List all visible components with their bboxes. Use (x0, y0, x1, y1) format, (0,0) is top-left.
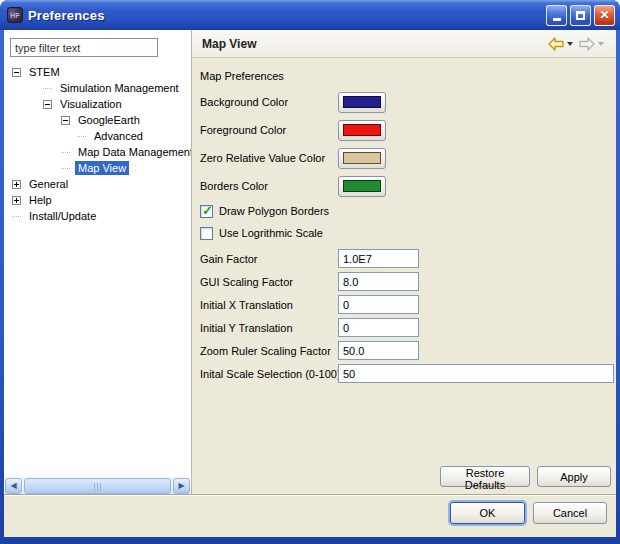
zoom-ruler-scaling-factor-row: Zoom Ruler Scaling Factor (192, 340, 616, 363)
gain-factor-label: Gain Factor (200, 253, 257, 265)
tree-connector (77, 136, 86, 145)
initial-x-translation-row: Initial X Translation (192, 294, 616, 317)
restore-defaults-button[interactable]: Restore Defaults (440, 466, 530, 487)
minimize-icon (553, 18, 561, 21)
tree-item-general[interactable]: General (4, 176, 191, 192)
app-icon: HF (7, 7, 23, 23)
background-color-button[interactable] (338, 92, 386, 113)
foreground-color-swatch (343, 124, 381, 136)
preference-page-panel: Map View Map Preferences Background Colo… (191, 30, 616, 494)
gain-factor-row: Gain Factor (192, 248, 616, 271)
maximize-button[interactable] (570, 5, 591, 26)
borders-color-label: Borders Color (200, 180, 268, 192)
forward-history-dropdown-icon[interactable] (598, 42, 604, 46)
filter-input[interactable] (10, 38, 158, 57)
tree-item-install-update[interactable]: Install/Update (4, 208, 191, 224)
tree-item-label: Map Data Management (75, 145, 196, 159)
zoom-ruler-scaling-factor-input[interactable] (338, 341, 419, 360)
foreground-color-label: Foreground Color (200, 124, 286, 136)
use-logrithmic-scale-row: Use Logrithmic Scale (192, 222, 616, 244)
close-icon: ✕ (599, 9, 609, 21)
close-button[interactable]: ✕ (594, 5, 615, 26)
draw-polygon-borders-label: Draw Polygon Borders (219, 205, 329, 217)
collapse-icon[interactable] (61, 116, 70, 125)
tree-item-googleearth[interactable]: GoogleEarth (4, 112, 191, 128)
expand-icon[interactable] (12, 180, 21, 189)
tree-item-visualization[interactable]: Visualization (4, 96, 191, 112)
initial-y-translation-label: Initial Y Translation (200, 322, 293, 334)
minimize-button[interactable] (546, 5, 567, 26)
tree-item-label: General (26, 177, 71, 191)
gui-scaling-factor-row: GUI Scaling Factor (192, 271, 616, 294)
tree-connector (61, 168, 70, 177)
tree-item-label: Map View (75, 161, 129, 175)
use-logrithmic-scale-label: Use Logrithmic Scale (219, 227, 323, 239)
tree-item-label: Advanced (91, 129, 146, 143)
preferences-dialog: HF Preferences ✕ STEM Simulation Managem… (0, 0, 620, 544)
foreground-color-row: Foreground Color (192, 116, 616, 144)
tree-item-map-data-management[interactable]: Map Data Management (4, 144, 191, 160)
preferences-tree-panel: STEM Simulation Management Visualization… (4, 30, 191, 494)
initial-x-translation-label: Initial X Translation (200, 299, 293, 311)
initial-x-translation-input[interactable] (338, 295, 419, 314)
page-header: Map View (192, 30, 616, 58)
map-view-preferences-body: Map Preferences Background Color Foregro… (192, 58, 616, 494)
ok-button[interactable]: OK (450, 502, 525, 524)
preferences-tree: STEM Simulation Management Visualization… (4, 64, 191, 224)
inital-scale-selection-row: Inital Scale Selection (0-100) (192, 363, 616, 386)
forward-arrow-icon[interactable] (579, 37, 595, 51)
back-arrow-icon[interactable] (548, 37, 564, 51)
page-title: Map View (202, 37, 548, 51)
borders-color-row: Borders Color (192, 172, 616, 200)
tree-item-label: Install/Update (26, 209, 99, 223)
borders-color-swatch (343, 180, 381, 192)
collapse-icon[interactable] (43, 100, 52, 109)
gui-scaling-factor-label: GUI Scaling Factor (200, 276, 293, 288)
scroll-right-button[interactable]: ▶ (173, 478, 190, 494)
window-title: Preferences (28, 8, 546, 23)
expand-icon[interactable] (12, 196, 21, 205)
zero-relative-value-color-swatch (343, 152, 381, 164)
zoom-ruler-scaling-factor-label: Zoom Ruler Scaling Factor (200, 345, 331, 357)
tree-item-advanced[interactable]: Advanced (4, 128, 191, 144)
scroll-left-button[interactable]: ◀ (5, 478, 22, 494)
initial-y-translation-input[interactable] (338, 318, 419, 337)
background-color-swatch (343, 96, 381, 108)
initial-y-translation-row: Initial Y Translation (192, 317, 616, 340)
background-color-label: Background Color (200, 96, 288, 108)
dialog-button-bar: OK Cancel (4, 494, 616, 537)
scrollbar-thumb[interactable] (24, 478, 171, 494)
title-bar[interactable]: HF Preferences ✕ (0, 0, 620, 30)
inital-scale-selection-label: Inital Scale Selection (0-100) (200, 368, 341, 380)
zero-relative-value-color-button[interactable] (338, 148, 386, 169)
tree-connector (12, 216, 21, 225)
collapse-icon[interactable] (12, 68, 21, 77)
cancel-button[interactable]: Cancel (533, 502, 607, 524)
tree-item-simulation-management[interactable]: Simulation Management (4, 80, 191, 96)
background-color-row: Background Color (192, 88, 616, 116)
draw-polygon-borders-row: Draw Polygon Borders (192, 200, 616, 222)
tree-connector (43, 88, 52, 97)
zero-relative-value-color-label: Zero Relative Value Color (200, 152, 325, 164)
section-label: Map Preferences (200, 70, 616, 82)
tree-item-label: Help (26, 193, 55, 207)
gui-scaling-factor-input[interactable] (338, 272, 419, 291)
borders-color-button[interactable] (338, 176, 386, 197)
horizontal-scrollbar[interactable]: ◀ ▶ (5, 477, 190, 494)
tree-item-help[interactable]: Help (4, 192, 191, 208)
tree-item-label: Simulation Management (57, 81, 182, 95)
tree-item-map-view[interactable]: Map View (4, 160, 191, 176)
back-history-dropdown-icon[interactable] (567, 42, 573, 46)
tree-connector (61, 152, 70, 161)
gain-factor-input[interactable] (338, 249, 419, 268)
foreground-color-button[interactable] (338, 120, 386, 141)
inital-scale-selection-input[interactable] (338, 364, 614, 383)
tree-item-label: Visualization (57, 97, 125, 111)
apply-button[interactable]: Apply (537, 466, 611, 487)
zero-relative-value-color-row: Zero Relative Value Color (192, 144, 616, 172)
tree-item-stem[interactable]: STEM (4, 64, 191, 80)
use-logrithmic-scale-checkbox[interactable] (200, 227, 213, 240)
draw-polygon-borders-checkbox[interactable] (200, 205, 213, 218)
tree-item-label: STEM (26, 65, 63, 79)
tree-item-label: GoogleEarth (75, 113, 143, 127)
